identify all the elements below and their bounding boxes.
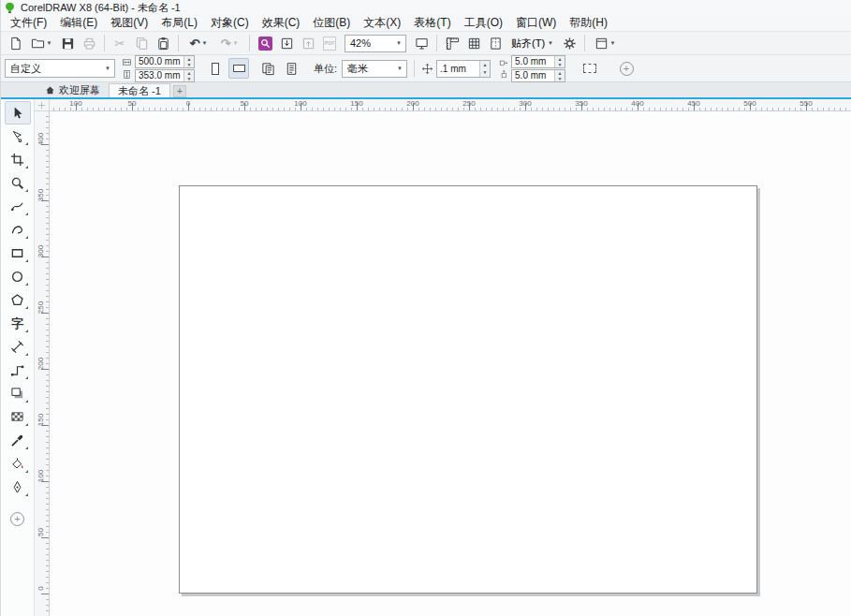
units-combo[interactable]: 毫米 ▼	[342, 60, 407, 78]
pick-tool[interactable]	[5, 101, 31, 125]
artistic-media-tool[interactable]	[5, 218, 31, 242]
menu-file[interactable]: 文件(F)	[4, 14, 53, 32]
parallel-dimension-tool[interactable]	[5, 335, 31, 359]
undo-button[interactable]: ↶ ▼	[183, 33, 213, 53]
cut-button[interactable]: ✂	[110, 33, 130, 53]
page-width-value[interactable]: 500.0 mm	[136, 56, 183, 67]
duplicate-x-value[interactable]: 5.0 mm	[512, 56, 554, 67]
tab-welcome-label: 欢迎屏幕	[59, 83, 100, 97]
duplicate-x-down[interactable]: ▼	[554, 62, 565, 67]
duplicate-y-down[interactable]: ▼	[554, 76, 565, 81]
rectangle-tool[interactable]	[5, 242, 31, 265]
redo-dropdown-caret[interactable]: ▼	[232, 40, 238, 46]
menu-layout[interactable]: 布局(L)	[154, 14, 204, 32]
print-button[interactable]	[79, 33, 99, 53]
zoom-level-combo[interactable]: 42% ▼	[345, 35, 406, 52]
menu-object[interactable]: 对象(C)	[204, 14, 256, 32]
page-preset-combo[interactable]: 自定义 ▼	[5, 59, 115, 78]
open-button[interactable]: ▼	[26, 33, 56, 53]
search-content-button[interactable]	[255, 33, 275, 53]
toolbox-quick-customize-button[interactable]: +	[5, 507, 31, 531]
nudge-value[interactable]: .1 mm	[437, 61, 479, 77]
interactive-fill-tool[interactable]	[5, 452, 31, 476]
units-caret[interactable]: ▼	[393, 66, 406, 71]
page-height-spinner[interactable]: 353.0 mm ▲ ▼	[135, 69, 195, 82]
nudge-down[interactable]: ▼	[479, 68, 490, 77]
undo-dropdown-caret[interactable]: ▼	[201, 40, 207, 46]
menu-help[interactable]: 帮助(H)	[563, 14, 614, 32]
drop-shadow-tool[interactable]	[5, 382, 31, 405]
ellipse-tool[interactable]	[5, 265, 31, 288]
all-pages-button[interactable]	[257, 58, 278, 79]
horizontal-ruler[interactable]: 100 50 0 50 100 150 200 250 300 350 400 …	[50, 99, 851, 111]
menu-table[interactable]: 表格(T)	[407, 14, 457, 32]
paste-button[interactable]	[153, 33, 173, 53]
redo-button[interactable]: ↷ ▼	[214, 33, 244, 53]
connector-tool[interactable]	[5, 359, 31, 382]
menu-effects[interactable]: 效果(C)	[256, 14, 307, 32]
shape-tool[interactable]	[5, 125, 31, 148]
property-bar-quick-customize-button[interactable]: +	[616, 58, 637, 79]
landscape-button[interactable]	[228, 58, 249, 79]
tab-welcome-screen[interactable]: 欢迎屏幕	[37, 83, 109, 97]
duplicate-y-spinner[interactable]: 5.0 mm ▲ ▼	[511, 69, 565, 82]
h-ruler-number: 400	[626, 99, 649, 108]
treat-as-filled-button[interactable]	[580, 58, 600, 79]
duplicate-y-value[interactable]: 5.0 mm	[512, 70, 554, 81]
zoom-dropdown-caret[interactable]: ▼	[392, 40, 405, 46]
h-ruler-number: 350	[570, 99, 593, 108]
launcher-caret[interactable]: ▼	[610, 40, 616, 46]
polygon-icon	[10, 293, 24, 307]
menu-tools[interactable]: 工具(O)	[458, 14, 509, 32]
snap-to-button[interactable]: 贴齐(T) ▼	[506, 34, 558, 52]
parallel-dimension-icon	[10, 340, 24, 354]
menu-bitmaps[interactable]: 位图(B)	[306, 14, 357, 32]
menu-window[interactable]: 窗口(W)	[509, 14, 563, 32]
options-button[interactable]	[559, 33, 580, 53]
vertical-ruler[interactable]: 400 350 300 250 200 150 100 50 0 50	[35, 111, 50, 616]
smart-fill-tool[interactable]	[5, 476, 31, 499]
new-document-button[interactable]	[5, 33, 25, 53]
crop-tool[interactable]	[5, 148, 31, 171]
fullscreen-preview-button[interactable]	[411, 33, 432, 53]
drawing-canvas[interactable]	[50, 111, 851, 616]
publish-pdf-button[interactable]: PDF	[319, 33, 340, 53]
snap-to-caret[interactable]: ▼	[548, 40, 553, 46]
import-button[interactable]	[276, 33, 297, 53]
nudge-spinner[interactable]: .1 mm ▲ ▼	[436, 60, 491, 78]
new-document-tab-button[interactable]: +	[173, 85, 186, 97]
nudge-up[interactable]: ▲	[479, 61, 490, 69]
menu-view[interactable]: 视图(V)	[104, 14, 154, 32]
import-icon	[280, 37, 294, 51]
polygon-tool[interactable]	[5, 288, 31, 312]
page-height-value[interactable]: 353.0 mm	[136, 70, 183, 81]
save-button[interactable]	[57, 33, 78, 53]
copy-button[interactable]	[131, 33, 152, 53]
transparency-tool[interactable]	[5, 405, 31, 429]
export-button[interactable]	[298, 33, 318, 53]
tab-untitled-document[interactable]: 未命名 -1	[109, 83, 170, 97]
duplicate-x-spinner[interactable]: 5.0 mm ▲ ▼	[511, 55, 565, 68]
show-guidelines-button[interactable]	[485, 33, 506, 53]
show-grid-button[interactable]	[463, 33, 484, 53]
print-icon	[82, 37, 96, 51]
zoom-tool[interactable]	[5, 171, 31, 195]
text-tool[interactable]: 字	[5, 312, 31, 335]
page-height-down[interactable]: ▼	[183, 76, 194, 81]
menu-text[interactable]: 文本(X)	[357, 14, 407, 32]
tab-untitled-label: 未命名 -1	[118, 84, 161, 98]
show-rulers-button[interactable]	[442, 33, 462, 53]
page-width-spinner[interactable]: 500.0 mm ▲ ▼	[135, 55, 195, 68]
freehand-tool[interactable]	[5, 195, 31, 218]
color-eyedropper-tool[interactable]	[5, 429, 31, 452]
grid-icon	[467, 37, 481, 51]
menu-edit[interactable]: 编辑(E)	[53, 14, 104, 32]
current-page-button[interactable]	[281, 58, 301, 79]
ruler-origin-corner[interactable]	[35, 99, 50, 111]
page-width-down[interactable]: ▼	[183, 62, 194, 67]
drawing-page[interactable]	[179, 185, 757, 594]
preset-caret[interactable]: ▼	[101, 66, 114, 71]
application-launcher-button[interactable]: ▼	[590, 33, 620, 53]
open-dropdown-caret[interactable]: ▼	[47, 40, 52, 46]
portrait-button[interactable]	[205, 58, 226, 79]
